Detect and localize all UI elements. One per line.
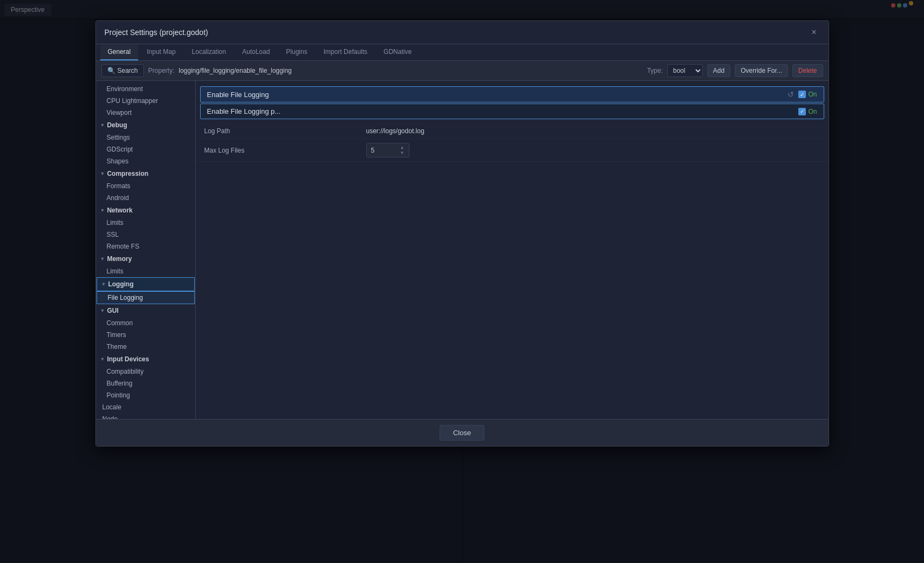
sidebar-item-compatibility[interactable]: Compatibility (96, 366, 195, 377)
sidebar-item-label: Shapes (107, 157, 129, 165)
spin-up-icon[interactable]: ▲ (400, 145, 405, 150)
sidebar-category-logging[interactable]: ▼ Logging (97, 277, 195, 291)
sidebar-item-label: Limits (107, 219, 124, 226)
toggle-on: ✓ On (798, 108, 817, 115)
caret-icon: ▼ (100, 308, 105, 313)
type-label: Type: (647, 67, 662, 74)
sidebar-item-formats[interactable]: Formats (96, 180, 195, 192)
caret-icon: ▼ (100, 122, 105, 128)
caret-icon: ▼ (101, 282, 106, 287)
category-label: Compression (107, 170, 148, 177)
setting-value: ↺ ✓ On (788, 90, 817, 99)
property-label: Property: (148, 67, 175, 74)
sidebar-item-gdscript[interactable]: GDScript (96, 143, 195, 155)
type-select[interactable]: bool int float String (667, 64, 703, 77)
spin-arrows[interactable]: ▲ ▼ (400, 145, 405, 155)
tab-general[interactable]: General (100, 44, 139, 60)
dialog-close-button[interactable]: × (808, 26, 819, 38)
sidebar-item-label: SSL (107, 231, 119, 238)
sidebar-item-label: Buffering (107, 380, 133, 387)
sidebar-item-label: Compatibility (107, 368, 144, 375)
sidebar-item-limits[interactable]: Limits (96, 217, 195, 229)
sidebar-item-label: Formats (107, 182, 131, 190)
category-label: Input Devices (107, 355, 149, 363)
sidebar-item-cpu-lightmapper[interactable]: CPU Lightmapper (96, 95, 195, 107)
sidebar-category-network[interactable]: ▼ Network (96, 204, 195, 217)
sidebar-item-memory-limits[interactable]: Limits (96, 265, 195, 277)
tab-import-defaults[interactable]: Import Defaults (316, 44, 375, 60)
caret-icon: ▼ (100, 208, 105, 213)
sidebar-category-debug[interactable]: ▼ Debug (96, 119, 195, 132)
tab-gdnative[interactable]: GDNative (376, 44, 419, 60)
settings-sidebar: Environment CPU Lightmapper Viewport ▼ D… (96, 81, 196, 419)
sidebar-item-label: Node (102, 415, 118, 419)
sidebar-item-common[interactable]: Common (96, 317, 195, 329)
caret-icon: ▼ (100, 256, 105, 262)
setting-name: Enable File Logging (207, 91, 788, 99)
category-label: Debug (107, 121, 127, 129)
max-log-files-input[interactable]: 5 ▲ ▼ (366, 143, 409, 157)
sidebar-item-timers[interactable]: Timers (96, 329, 195, 341)
settings-row-max-log-files[interactable]: Max Log Files 5 ▲ ▼ (196, 139, 829, 162)
sidebar-category-gui[interactable]: ▼ GUI (96, 304, 195, 317)
sidebar-item-label: Locale (102, 403, 121, 411)
sidebar-item-label: Theme (107, 343, 127, 351)
sidebar-item-label: Android (107, 194, 129, 202)
sidebar-category-input-devices[interactable]: ▼ Input Devices (96, 353, 195, 366)
sidebar-item-file-logging[interactable]: File Logging (97, 291, 195, 304)
sidebar-item-label: Settings (107, 134, 130, 141)
log-path-value: user://logs/godot.log (366, 127, 425, 135)
category-label: Logging (108, 280, 133, 288)
override-button[interactable]: Override For... (735, 64, 788, 77)
category-label: GUI (107, 307, 118, 314)
sidebar-category-memory[interactable]: ▼ Memory (96, 252, 195, 265)
dialog-titlebar: Project Settings (project.godot) × (96, 21, 829, 44)
checkbox-icon[interactable]: ✓ (798, 108, 806, 115)
sidebar-item-label: Common (107, 319, 133, 327)
toggle-label: On (808, 108, 817, 115)
toggle-label: On (808, 91, 817, 98)
search-icon: 🔍 (107, 67, 115, 74)
reset-icon[interactable]: ↺ (788, 90, 794, 99)
highlight-row-enable-file-logging-p[interactable]: Enable File Logging p... ✓ On (200, 104, 824, 119)
sidebar-category-compression[interactable]: ▼ Compression (96, 167, 195, 180)
sidebar-item-pointing[interactable]: Pointing (96, 389, 195, 401)
setting-label: Log Path (204, 127, 366, 135)
tab-autoload[interactable]: AutoLoad (235, 44, 277, 60)
sidebar-item-label: Limits (107, 267, 124, 275)
sidebar-item-shapes[interactable]: Shapes (96, 155, 195, 167)
sidebar-item-label: Viewport (107, 109, 132, 116)
tab-plugins[interactable]: Plugins (278, 44, 314, 60)
sidebar-item-theme[interactable]: Theme (96, 341, 195, 353)
setting-value: user://logs/godot.log (366, 127, 820, 135)
dialog-title: Project Settings (project.godot) (105, 28, 208, 37)
setting-value: 5 ▲ ▼ (366, 143, 820, 157)
sidebar-item-ssl[interactable]: SSL (96, 229, 195, 241)
dialog-overlay: Project Settings (project.godot) × Gener… (0, 0, 924, 563)
close-button[interactable]: Close (440, 425, 484, 441)
checkbox-icon[interactable]: ✓ (798, 91, 806, 98)
sidebar-item-remote-fs[interactable]: Remote FS (96, 241, 195, 252)
sidebar-item-label: Timers (107, 331, 126, 339)
spin-down-icon[interactable]: ▼ (400, 150, 405, 155)
sidebar-item-buffering[interactable]: Buffering (96, 377, 195, 389)
setting-name: Enable File Logging p... (207, 107, 799, 115)
search-label: Search (118, 67, 138, 74)
search-button[interactable]: 🔍 Search (101, 64, 144, 77)
tab-input-map[interactable]: Input Map (139, 44, 183, 60)
sidebar-item-node[interactable]: Node (96, 413, 195, 419)
toggle-on: ✓ On (798, 91, 817, 98)
sidebar-item-locale[interactable]: Locale (96, 401, 195, 413)
dialog-footer: Close (96, 419, 829, 446)
dialog-tabs: General Input Map Localization AutoLoad … (96, 44, 829, 61)
add-button[interactable]: Add (707, 64, 730, 77)
settings-row-log-path[interactable]: Log Path user://logs/godot.log (196, 123, 829, 139)
setting-value: ✓ On (798, 108, 817, 115)
delete-button[interactable]: Delete (792, 64, 823, 77)
highlight-row-enable-file-logging[interactable]: Enable File Logging ↺ ✓ On (200, 86, 824, 102)
sidebar-item-settings[interactable]: Settings (96, 132, 195, 143)
sidebar-item-android[interactable]: Android (96, 192, 195, 204)
tab-localization[interactable]: Localization (184, 44, 234, 60)
sidebar-item-viewport[interactable]: Viewport (96, 107, 195, 119)
sidebar-item-environment[interactable]: Environment (96, 83, 195, 95)
